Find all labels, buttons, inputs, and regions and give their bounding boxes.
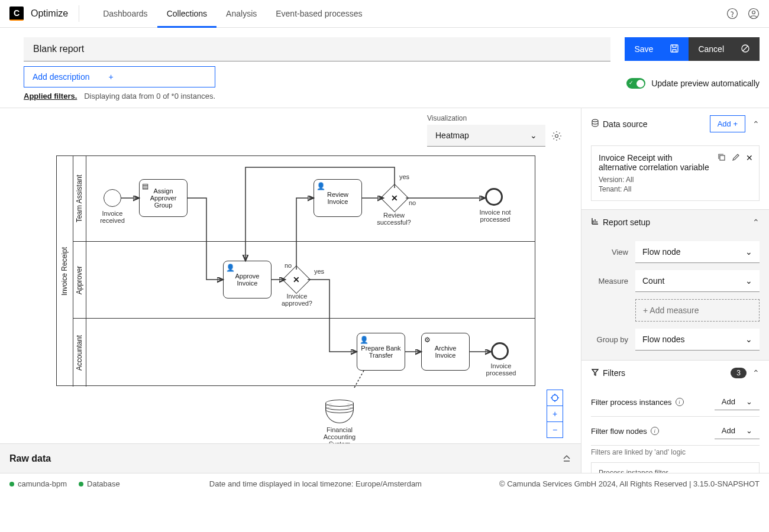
info-icon[interactable]: i [676,398,684,406]
chevron-up-icon[interactable]: ⌃ [752,218,760,227]
end-not-processed [485,188,503,206]
chart-icon [591,217,599,227]
info-icon[interactable]: i [651,427,659,435]
copyright: © Camunda Services GmbH 2024, All Rights… [499,479,760,488]
view-select[interactable]: Flow node⌄ [635,241,760,263]
task-archive: ⚙ Archive Invoice [421,333,470,371]
nav-analysis[interactable]: Analysis [217,0,266,28]
save-label: Save [634,44,653,54]
db-status: Database [79,479,120,488]
display-info: Displaying data from 0 of *0 instances. [84,92,215,100]
svg-point-7 [555,134,558,137]
filter-icon [591,368,599,378]
nav-event-processes[interactable]: Event-based processes [266,0,371,28]
svg-point-19 [592,119,598,122]
zoom-reset-button[interactable] [547,390,563,406]
auto-preview-label: Update preview automatically [651,79,760,88]
close-icon[interactable]: ✕ [746,153,753,163]
add-description-button[interactable]: Add description + [24,66,215,87]
user-icon[interactable] [748,8,760,20]
database-icon [591,119,599,129]
expand-icon [562,453,571,465]
bpmn-diagram: Invoice Receipt Team Assistant Approver … [56,155,538,389]
task-review: 👤 Review Invoice [314,179,362,217]
filters-count-badge: 3 [731,368,747,378]
product-name: Optimize [31,5,79,22]
business-rule-icon: ▤ [142,182,148,190]
chevron-down-icon: ⌄ [745,247,752,257]
setup-title: Report setup [603,218,650,227]
add-measure-button[interactable]: + Add measure [635,299,760,322]
visualization-label: Visualization [427,114,563,122]
service-task-icon: ⚙ [424,336,431,344]
filters-title: Filters [603,368,625,378]
raw-data-bar[interactable]: Raw data [0,443,581,473]
chevron-down-icon: ⌄ [746,397,752,406]
group-by-select[interactable]: Flow nodes⌄ [635,329,760,351]
filter-note: Filters are linked by 'and' logic [591,446,760,462]
save-icon [670,44,679,55]
task-approve: 👤 Approve Invoice [223,261,272,299]
svg-point-3 [752,11,755,14]
applied-filters-link[interactable]: Applied filters. [24,92,77,100]
chevron-up-icon[interactable]: ⌃ [752,368,760,378]
zoom-out-button[interactable]: − [547,421,563,438]
cancel-label: Cancel [698,44,724,54]
data-source-title: Data source [603,119,647,129]
task-prepare: 👤 Prepare Bank Transfer [357,333,405,371]
user-task-icon: 👤 [226,264,235,272]
help-icon[interactable] [726,8,738,20]
svg-point-0 [728,9,738,19]
cancel-button[interactable]: Cancel [689,37,760,61]
app-logo: C [9,7,24,21]
chevron-down-icon: ⌄ [746,426,752,435]
chevron-down-icon: ⌄ [530,131,537,140]
engine-status: camunda-bpm [9,479,67,488]
nav-dashboards[interactable]: Dashboards [93,0,157,28]
plus-icon: + [109,72,114,82]
chevron-down-icon: ⌄ [745,335,752,344]
add-data-source-button[interactable]: Add + [710,115,745,132]
gear-icon[interactable] [551,130,562,142]
save-button[interactable]: Save [625,37,689,61]
measure-select[interactable]: Count⌄ [635,270,760,292]
svg-line-6 [743,46,748,51]
add-instance-filter-button[interactable]: Add⌄ [715,394,760,410]
nav-collections[interactable]: Collections [157,0,217,28]
chevron-up-icon[interactable]: ⌃ [752,119,760,129]
auto-preview-toggle[interactable]: ✓ [626,78,645,89]
copy-icon[interactable] [718,153,726,163]
timezone-info: Date and time displayed in local timezon… [209,479,422,488]
chevron-down-icon: ⌄ [745,276,752,286]
user-task-icon: 👤 [360,336,369,344]
report-title-input[interactable] [24,37,610,61]
datastore [325,400,354,423]
cancel-icon [741,44,750,55]
zoom-in-button[interactable]: + [547,406,563,422]
data-source-card: Invoice Receipt with alternative correla… [591,145,760,201]
task-assign: ▤ Assign Approver Group [139,179,188,217]
report-canvas[interactable]: Visualization Heatmap ⌄ Invoice Receipt … [0,108,581,473]
start-event [104,189,121,207]
user-task-icon: 👤 [316,182,325,190]
main-nav: Dashboards Collections Analysis Event-ba… [93,0,371,28]
end-processed [491,342,509,360]
add-flownode-filter-button[interactable]: Add⌄ [715,423,760,439]
svg-point-1 [732,16,733,17]
svg-rect-4 [671,45,678,52]
svg-rect-20 [720,155,725,160]
edit-icon[interactable] [732,153,740,163]
visualization-select[interactable]: Heatmap ⌄ [427,125,545,147]
filter-card[interactable]: Process instance filter [591,462,760,473]
svg-point-14 [552,395,558,401]
